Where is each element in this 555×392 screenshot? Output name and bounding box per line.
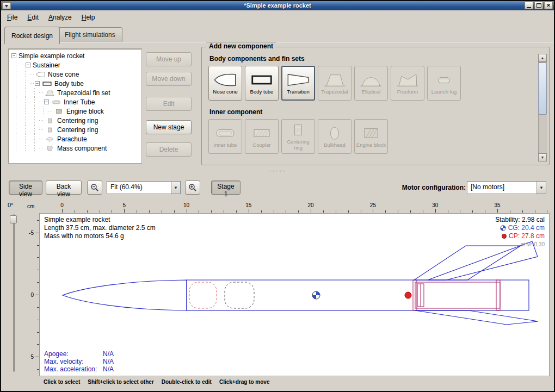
component-button-label: Transition	[287, 89, 309, 95]
slider-handle[interactable]	[10, 215, 17, 223]
rocket-name: Simple example rocket	[44, 216, 156, 224]
menu-item-file[interactable]: File	[2, 12, 22, 23]
motor-config-value: [No motors]	[467, 182, 536, 194]
component-button-label: Centering ring	[283, 139, 313, 151]
body-tube-shape	[187, 280, 529, 310]
expander-icon[interactable]: −	[44, 99, 49, 104]
scrollbar-track[interactable]	[538, 62, 547, 153]
tree-guide	[21, 116, 30, 125]
tree-guide	[21, 144, 30, 153]
v-ruler: -505	[25, 213, 39, 376]
h-ruler-label: 15	[245, 202, 251, 208]
inner-tube-button[interactable]: Inner tube	[208, 119, 242, 154]
tree-connector	[39, 88, 44, 97]
split-divider[interactable]: ·····	[1, 167, 554, 175]
tree-item-parachute[interactable]: Parachute	[11, 134, 141, 144]
stage-1-toggle[interactable]: Stage 1	[211, 181, 240, 195]
move-up-button[interactable]: Move up	[146, 52, 192, 66]
tree-item-body-tube[interactable]: −Body tube	[11, 79, 141, 88]
zoom-select[interactable]: Fit (60.4%) ▼	[107, 181, 181, 194]
trapezoidal-button[interactable]: Trapezoidal	[318, 66, 351, 101]
scroll-down-icon[interactable]: ▼	[538, 153, 547, 161]
back-view-button[interactable]: Back view	[46, 181, 82, 195]
zoom-in-button[interactable]	[185, 181, 200, 195]
tree-item-inner-tube[interactable]: −Inner Tube	[11, 97, 141, 107]
coupler-button[interactable]: Coupler	[245, 119, 279, 154]
rotation-slider[interactable]	[10, 214, 17, 372]
motor-config-select[interactable]: [No motors] ▼	[467, 181, 546, 194]
component-scrollbar[interactable]: ▲ ▼	[538, 54, 547, 161]
tab-rocket-design[interactable]: Rocket design	[4, 27, 60, 44]
expander-icon[interactable]: −	[11, 53, 16, 58]
launch-lug-icon	[432, 72, 456, 88]
tree-item-trapezoidal-fin-set[interactable]: Trapezoidal fin set	[11, 88, 141, 97]
component-button-label: Bulkhead	[324, 142, 346, 148]
freeform-button[interactable]: Freeform	[391, 66, 424, 101]
menu-item-edit[interactable]: Edit	[22, 12, 44, 23]
section-label-inner-component: Inner component	[209, 108, 549, 116]
tree-item-centering-ring[interactable]: Centering ring	[11, 125, 141, 134]
tree-guide	[21, 125, 30, 134]
nose-cone-button[interactable]: Nose cone	[208, 66, 242, 101]
new-stage-button[interactable]: New stage	[146, 120, 192, 134]
h-ruler-label: 20	[308, 202, 314, 208]
tab-groove	[1, 42, 554, 43]
maximize-button[interactable]	[534, 2, 543, 9]
fin-freeform-icon	[396, 72, 420, 88]
chevron-down-icon[interactable]: ▼	[536, 182, 546, 194]
tree-item-label: Trapezoidal fin set	[57, 89, 110, 97]
inner-tube-icon	[213, 126, 237, 141]
zoom-out-button[interactable]	[87, 181, 102, 195]
edit-button[interactable]: Edit	[146, 97, 192, 111]
menu-item-analyze[interactable]: Analyze	[44, 12, 77, 23]
side-view-button[interactable]: Side view	[9, 181, 42, 195]
bulkhead-icon	[323, 126, 347, 141]
tree-item-sustainer[interactable]: −Sustainer	[11, 60, 141, 70]
scrollbar-thumb[interactable]	[538, 63, 547, 115]
elliptical-button[interactable]: Elliptical	[354, 66, 388, 101]
engine-block-button[interactable]: Engine block	[354, 119, 388, 154]
tree-item-centering-ring[interactable]: Centering ring	[11, 116, 141, 125]
cp-value: CP: 27.8 cm	[495, 232, 545, 240]
nose-cone-shape	[63, 280, 187, 310]
centering-ring-icon	[45, 117, 55, 124]
delete-button[interactable]: Delete	[146, 142, 192, 157]
rocket-canvas[interactable]: Simple example rocket Length 37.5 cm, ma…	[39, 213, 550, 376]
close-button[interactable]: ✕	[544, 2, 553, 9]
expander-icon[interactable]: −	[26, 63, 30, 67]
centering-ring-button[interactable]: Centering ring	[281, 119, 315, 154]
minimize-button[interactable]	[525, 2, 533, 9]
tree-guide	[11, 70, 21, 79]
tree-guide	[30, 88, 39, 97]
chevron-down-icon[interactable]: ▼	[171, 182, 180, 194]
expander-icon[interactable]: −	[35, 81, 40, 86]
h-ruler-label: 25	[370, 202, 376, 208]
status-hints: Click to selectShift+click to select oth…	[44, 379, 269, 385]
transition-icon	[286, 72, 310, 88]
nose-cone-icon	[213, 72, 237, 88]
h-ruler-label: 35	[494, 202, 500, 208]
tree-guide	[39, 107, 48, 116]
tree-guide	[21, 97, 30, 107]
bulkhead-button[interactable]: Bulkhead	[318, 119, 351, 154]
scroll-up-icon[interactable]: ▲	[538, 54, 547, 62]
window-menu-icon[interactable]	[2, 2, 11, 9]
body-tube-button[interactable]: Body tube	[245, 66, 279, 101]
tree-item-simple-example-rocket[interactable]: −Simple example rocket	[11, 51, 141, 60]
splitter-dots-icon: ·····	[269, 169, 286, 172]
tree-item-engine-block[interactable]: Engine block	[11, 107, 141, 116]
flight-stats: Apogee:N/AMax. velocity:N/AMax. accelera…	[44, 350, 114, 373]
component-button-label: Elliptical	[362, 89, 381, 95]
tree-item-label: Simple example rocket	[18, 52, 84, 60]
tree-guide	[30, 116, 39, 125]
launch-lug-button[interactable]: Launch lug	[427, 66, 461, 101]
tree-item-nose-cone[interactable]: Nose cone	[11, 70, 141, 79]
tree-item-mass-component[interactable]: Mass component	[11, 144, 141, 153]
cg-value: CG: 20.4 cm	[495, 224, 545, 232]
tree-connector	[39, 134, 44, 144]
menu-item-help[interactable]: Help	[77, 12, 100, 23]
move-down-button[interactable]: Move down	[146, 72, 192, 86]
tab-flight-simulations[interactable]: Flight simulations	[58, 27, 122, 42]
transition-button[interactable]: Transition	[281, 66, 315, 101]
rotation-value: 0°	[8, 202, 14, 208]
